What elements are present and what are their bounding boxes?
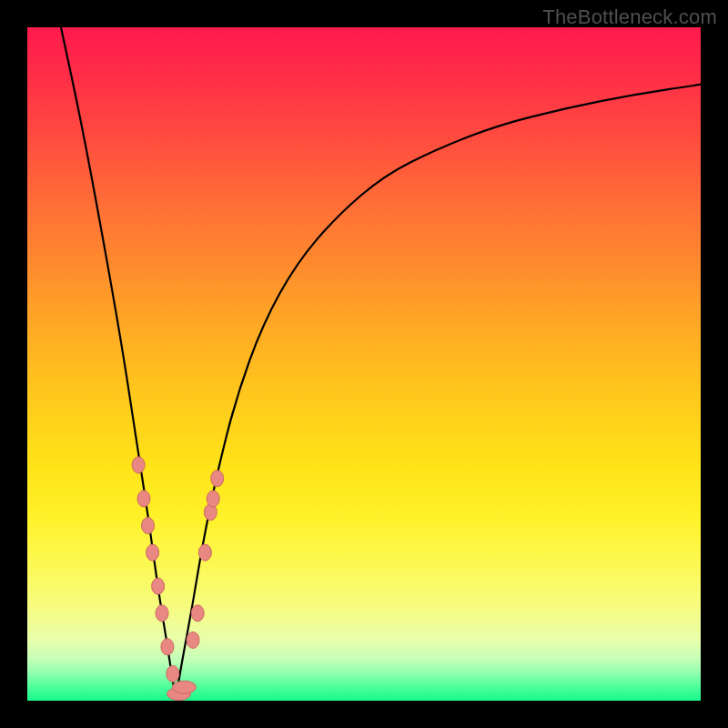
sample-dot: [191, 605, 204, 622]
sample-dot: [137, 490, 150, 507]
watermark-text: TheBottleneck.com: [542, 5, 717, 29]
plot-area: [27, 27, 701, 701]
sample-dot: [198, 544, 211, 561]
sample-dot: [172, 681, 196, 693]
sample-dot: [147, 544, 159, 561]
sample-dot: [142, 518, 155, 534]
chart-frame: TheBottleneck.com: [0, 0, 728, 728]
sample-dot: [161, 639, 174, 655]
sample-dot: [187, 632, 199, 648]
sample-dot: [152, 578, 165, 594]
sample-dot: [132, 457, 145, 473]
sample-dot: [211, 470, 224, 487]
sample-dots-layer: [27, 27, 701, 701]
sample-dot: [167, 665, 179, 682]
sample-dot: [207, 490, 219, 507]
sample-dot: [156, 605, 168, 622]
